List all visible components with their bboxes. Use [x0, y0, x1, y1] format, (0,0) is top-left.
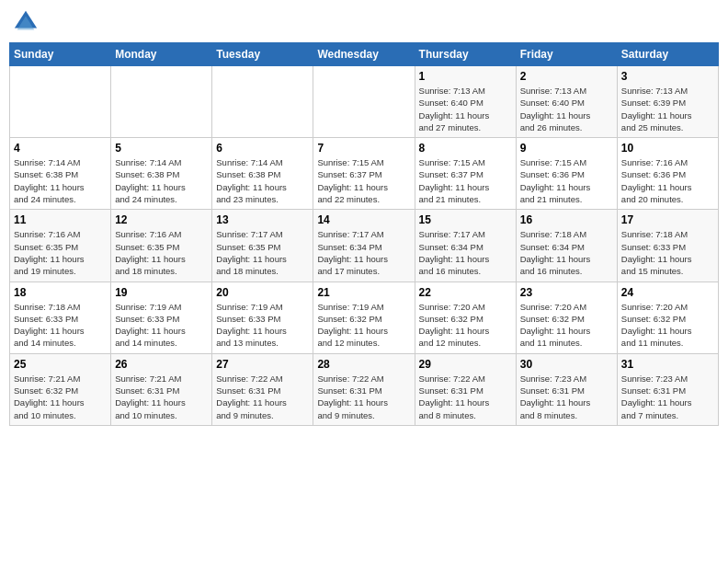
calendar-cell: 8Sunrise: 7:15 AM Sunset: 6:37 PM Daylig…	[415, 138, 516, 210]
calendar-cell	[212, 66, 313, 138]
calendar-table: SundayMondayTuesdayWednesdayThursdayFrid…	[9, 42, 719, 426]
day-number: 12	[115, 213, 208, 226]
day-number: 24	[621, 286, 714, 299]
calendar-cell: 2Sunrise: 7:13 AM Sunset: 6:40 PM Daylig…	[516, 66, 617, 138]
day-info: Sunrise: 7:23 AM Sunset: 6:31 PM Dayligh…	[621, 373, 714, 421]
day-number: 30	[520, 358, 613, 371]
day-number: 18	[14, 286, 107, 299]
day-info: Sunrise: 7:16 AM Sunset: 6:35 PM Dayligh…	[14, 228, 107, 277]
day-info: Sunrise: 7:22 AM Sunset: 6:31 PM Dayligh…	[216, 373, 309, 421]
day-info: Sunrise: 7:14 AM Sunset: 6:38 PM Dayligh…	[216, 156, 309, 205]
calendar-cell: 3Sunrise: 7:13 AM Sunset: 6:39 PM Daylig…	[617, 66, 718, 138]
calendar-cell: 4Sunrise: 7:14 AM Sunset: 6:38 PM Daylig…	[10, 138, 111, 210]
calendar-cell: 1Sunrise: 7:13 AM Sunset: 6:40 PM Daylig…	[415, 66, 516, 138]
calendar-cell	[10, 66, 111, 138]
day-info: Sunrise: 7:13 AM Sunset: 6:40 PM Dayligh…	[520, 85, 613, 133]
day-info: Sunrise: 7:14 AM Sunset: 6:38 PM Dayligh…	[115, 156, 208, 205]
calendar-cell: 26Sunrise: 7:21 AM Sunset: 6:31 PM Dayli…	[111, 353, 212, 425]
calendar-cell: 29Sunrise: 7:22 AM Sunset: 6:31 PM Dayli…	[415, 353, 516, 425]
calendar-cell: 6Sunrise: 7:14 AM Sunset: 6:38 PM Daylig…	[212, 138, 313, 210]
day-info: Sunrise: 7:19 AM Sunset: 6:33 PM Dayligh…	[216, 301, 309, 350]
day-number: 31	[621, 358, 714, 371]
day-info: Sunrise: 7:19 AM Sunset: 6:32 PM Dayligh…	[317, 301, 410, 350]
calendar-cell: 23Sunrise: 7:20 AM Sunset: 6:32 PM Dayli…	[516, 282, 617, 353]
day-info: Sunrise: 7:17 AM Sunset: 6:35 PM Dayligh…	[216, 228, 309, 277]
logo	[13, 9, 42, 35]
day-info: Sunrise: 7:15 AM Sunset: 6:37 PM Dayligh…	[317, 156, 410, 205]
calendar-cell: 19Sunrise: 7:19 AM Sunset: 6:33 PM Dayli…	[111, 282, 212, 353]
calendar-cell: 22Sunrise: 7:20 AM Sunset: 6:32 PM Dayli…	[415, 282, 516, 353]
day-number: 21	[317, 286, 410, 299]
day-number: 13	[216, 213, 309, 226]
dow-header-thursday: Thursday	[415, 43, 516, 66]
day-number: 23	[520, 286, 613, 299]
calendar-cell: 12Sunrise: 7:16 AM Sunset: 6:35 PM Dayli…	[111, 210, 212, 282]
day-number: 20	[216, 286, 309, 299]
dow-header-tuesday: Tuesday	[212, 43, 313, 66]
calendar-cell: 11Sunrise: 7:16 AM Sunset: 6:35 PM Dayli…	[10, 210, 111, 282]
day-info: Sunrise: 7:21 AM Sunset: 6:32 PM Dayligh…	[14, 373, 107, 421]
day-number: 10	[621, 142, 714, 155]
calendar-cell: 30Sunrise: 7:23 AM Sunset: 6:31 PM Dayli…	[516, 353, 617, 425]
day-number: 25	[14, 358, 107, 371]
calendar-cell	[111, 66, 212, 138]
calendar-cell: 24Sunrise: 7:20 AM Sunset: 6:32 PM Dayli…	[617, 282, 718, 353]
day-info: Sunrise: 7:21 AM Sunset: 6:31 PM Dayligh…	[115, 373, 208, 421]
day-info: Sunrise: 7:13 AM Sunset: 6:39 PM Dayligh…	[621, 85, 714, 133]
calendar-cell: 9Sunrise: 7:15 AM Sunset: 6:36 PM Daylig…	[516, 138, 617, 210]
day-number: 8	[419, 142, 512, 155]
calendar-cell: 15Sunrise: 7:17 AM Sunset: 6:34 PM Dayli…	[415, 210, 516, 282]
day-info: Sunrise: 7:15 AM Sunset: 6:37 PM Dayligh…	[419, 156, 512, 205]
day-info: Sunrise: 7:14 AM Sunset: 6:38 PM Dayligh…	[14, 156, 107, 205]
calendar-cell	[313, 66, 415, 138]
dow-header-monday: Monday	[111, 43, 212, 66]
calendar-cell: 31Sunrise: 7:23 AM Sunset: 6:31 PM Dayli…	[617, 353, 718, 425]
page-header	[9, 9, 719, 35]
day-number: 22	[419, 286, 512, 299]
day-info: Sunrise: 7:20 AM Sunset: 6:32 PM Dayligh…	[621, 301, 714, 350]
calendar-cell: 20Sunrise: 7:19 AM Sunset: 6:33 PM Dayli…	[212, 282, 313, 353]
day-number: 11	[14, 213, 107, 226]
day-info: Sunrise: 7:18 AM Sunset: 6:34 PM Dayligh…	[520, 228, 613, 277]
logo-icon	[13, 9, 39, 35]
day-number: 6	[216, 142, 309, 155]
day-number: 9	[520, 142, 613, 155]
day-number: 3	[621, 70, 714, 83]
calendar-cell: 16Sunrise: 7:18 AM Sunset: 6:34 PM Dayli…	[516, 210, 617, 282]
calendar-cell: 7Sunrise: 7:15 AM Sunset: 6:37 PM Daylig…	[313, 138, 415, 210]
day-number: 17	[621, 213, 714, 226]
day-number: 29	[419, 358, 512, 371]
day-number: 1	[419, 70, 512, 83]
calendar-cell: 28Sunrise: 7:22 AM Sunset: 6:31 PM Dayli…	[313, 353, 415, 425]
day-number: 15	[419, 213, 512, 226]
day-number: 14	[317, 213, 410, 226]
day-info: Sunrise: 7:17 AM Sunset: 6:34 PM Dayligh…	[317, 228, 410, 277]
day-number: 27	[216, 358, 309, 371]
day-info: Sunrise: 7:16 AM Sunset: 6:36 PM Dayligh…	[621, 156, 714, 205]
day-number: 28	[317, 358, 410, 371]
day-info: Sunrise: 7:22 AM Sunset: 6:31 PM Dayligh…	[317, 373, 410, 421]
day-number: 4	[14, 142, 107, 155]
day-number: 7	[317, 142, 410, 155]
calendar-cell: 14Sunrise: 7:17 AM Sunset: 6:34 PM Dayli…	[313, 210, 415, 282]
calendar-cell: 18Sunrise: 7:18 AM Sunset: 6:33 PM Dayli…	[10, 282, 111, 353]
day-info: Sunrise: 7:18 AM Sunset: 6:33 PM Dayligh…	[14, 301, 107, 350]
calendar-cell: 25Sunrise: 7:21 AM Sunset: 6:32 PM Dayli…	[10, 353, 111, 425]
day-info: Sunrise: 7:22 AM Sunset: 6:31 PM Dayligh…	[419, 373, 512, 421]
day-info: Sunrise: 7:19 AM Sunset: 6:33 PM Dayligh…	[115, 301, 208, 350]
dow-header-friday: Friday	[516, 43, 617, 66]
day-info: Sunrise: 7:20 AM Sunset: 6:32 PM Dayligh…	[419, 301, 512, 350]
day-number: 2	[520, 70, 613, 83]
calendar-cell: 27Sunrise: 7:22 AM Sunset: 6:31 PM Dayli…	[212, 353, 313, 425]
day-info: Sunrise: 7:18 AM Sunset: 6:33 PM Dayligh…	[621, 228, 714, 277]
dow-header-wednesday: Wednesday	[313, 43, 415, 66]
day-number: 19	[115, 286, 208, 299]
day-number: 16	[520, 213, 613, 226]
calendar-cell: 21Sunrise: 7:19 AM Sunset: 6:32 PM Dayli…	[313, 282, 415, 353]
day-info: Sunrise: 7:23 AM Sunset: 6:31 PM Dayligh…	[520, 373, 613, 421]
day-info: Sunrise: 7:16 AM Sunset: 6:35 PM Dayligh…	[115, 228, 208, 277]
calendar-cell: 10Sunrise: 7:16 AM Sunset: 6:36 PM Dayli…	[617, 138, 718, 210]
dow-header-sunday: Sunday	[10, 43, 111, 66]
calendar-cell: 5Sunrise: 7:14 AM Sunset: 6:38 PM Daylig…	[111, 138, 212, 210]
calendar-cell: 13Sunrise: 7:17 AM Sunset: 6:35 PM Dayli…	[212, 210, 313, 282]
